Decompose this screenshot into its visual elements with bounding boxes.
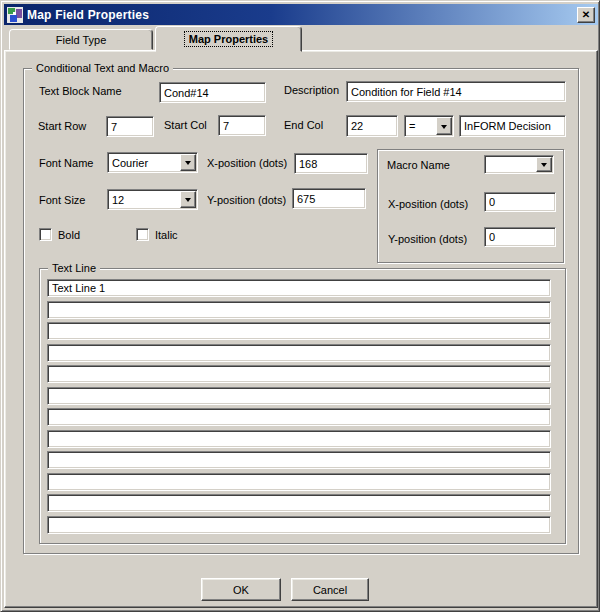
text-line-input-7[interactable] <box>47 408 551 426</box>
font-size-combobox[interactable]: 12 <box>107 189 198 210</box>
operator-dropdown-button[interactable] <box>436 117 452 135</box>
text-line-input-3[interactable] <box>47 322 551 340</box>
italic-checkbox[interactable] <box>136 228 149 241</box>
bold-label: Bold <box>58 229 80 241</box>
text-line-list <box>47 279 551 534</box>
tab-field-type[interactable]: Field Type <box>9 29 153 50</box>
title-bar: Map Field Properties ✕ <box>4 4 598 25</box>
text-line-input-6[interactable] <box>47 387 551 405</box>
text-line-input-4[interactable] <box>47 344 551 362</box>
cancel-button[interactable]: Cancel <box>291 578 369 601</box>
macro-name-combobox[interactable] <box>484 155 554 174</box>
end-col-label: End Col <box>284 119 323 131</box>
condition-text-input[interactable] <box>459 115 566 137</box>
text-line-input-5[interactable] <box>47 365 551 383</box>
text-block-name-input[interactable] <box>159 82 266 103</box>
app-icon <box>7 7 23 23</box>
close-icon: ✕ <box>582 10 590 20</box>
text-line-input-11[interactable] <box>47 494 551 512</box>
text-line-input-2[interactable] <box>47 301 551 319</box>
conditional-group-title: Conditional Text and Macro <box>32 62 173 74</box>
chevron-down-icon <box>541 163 547 170</box>
start-col-label: Start Col <box>164 119 207 131</box>
description-input[interactable] <box>346 81 566 102</box>
window-title: Map Field Properties <box>27 8 149 22</box>
macro-y-position-input[interactable] <box>484 227 556 247</box>
y-position-label: Y-position (dots) <box>207 194 286 206</box>
text-line-input-1[interactable] <box>47 279 551 297</box>
macro-name-dropdown-button[interactable] <box>536 157 552 172</box>
italic-label: Italic <box>155 229 178 241</box>
font-size-value: 12 <box>108 194 179 206</box>
start-col-input[interactable] <box>218 115 266 136</box>
font-name-dropdown-button[interactable] <box>180 154 196 171</box>
dialog-window: Map Field Properties ✕ Field Type Map Pr… <box>0 0 600 612</box>
font-size-dropdown-button[interactable] <box>180 191 196 208</box>
chevron-down-icon <box>441 125 447 132</box>
operator-value: = <box>405 120 435 132</box>
font-name-combobox[interactable]: Courier <box>107 152 198 173</box>
chevron-down-icon <box>185 161 191 168</box>
description-label: Description <box>284 84 339 96</box>
text-line-input-10[interactable] <box>47 473 551 491</box>
y-position-input[interactable] <box>292 188 366 209</box>
start-row-input[interactable] <box>106 116 154 137</box>
close-button[interactable]: ✕ <box>577 7 595 23</box>
font-size-label: Font Size <box>39 194 85 206</box>
macro-x-position-input[interactable] <box>484 192 556 212</box>
text-line-input-8[interactable] <box>47 430 551 448</box>
macro-name-label: Macro Name <box>387 159 450 171</box>
text-line-group-title: Text Line <box>48 262 100 274</box>
x-position-label: X-position (dots) <box>207 157 287 169</box>
macro-y-position-label: Y-position (dots) <box>388 233 467 245</box>
start-row-label: Start Row <box>38 120 86 132</box>
x-position-input[interactable] <box>294 153 368 174</box>
font-name-label: Font Name <box>39 157 93 169</box>
ok-button[interactable]: OK <box>201 578 281 601</box>
macro-x-position-label: X-position (dots) <box>388 198 468 210</box>
tab-field-type-label: Field Type <box>56 34 107 46</box>
text-line-input-12[interactable] <box>47 516 551 534</box>
bold-checkbox[interactable] <box>39 228 52 241</box>
cancel-button-label: Cancel <box>313 584 347 596</box>
text-block-name-label: Text Block Name <box>39 85 122 97</box>
tab-map-properties[interactable]: Map Properties <box>155 26 302 52</box>
font-name-value: Courier <box>108 157 179 169</box>
tab-map-properties-label: Map Properties <box>185 32 272 46</box>
chevron-down-icon <box>185 198 191 205</box>
text-line-input-9[interactable] <box>47 451 551 469</box>
ok-button-label: OK <box>233 584 249 596</box>
end-col-input[interactable] <box>346 115 398 137</box>
operator-combobox[interactable]: = <box>404 115 454 137</box>
